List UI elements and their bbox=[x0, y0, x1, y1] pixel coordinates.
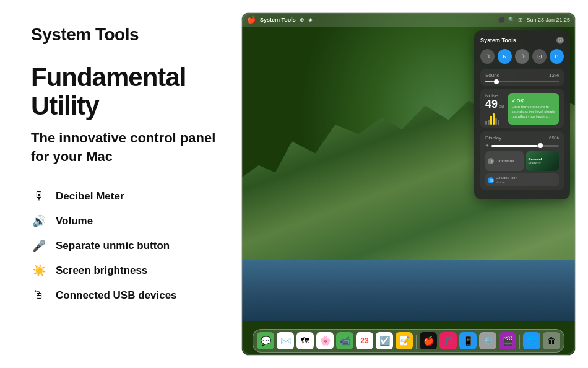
menubar-battery-icon: ⬛ bbox=[498, 17, 505, 23]
quick-btn-1[interactable]: ☽ bbox=[480, 49, 495, 64]
noise-section: Noise 49 dB ✓ bbox=[480, 89, 564, 128]
panel-title: System Tools bbox=[480, 37, 516, 43]
quick-btn-5[interactable]: B bbox=[550, 49, 564, 64]
desktop-icon: ⊞ bbox=[488, 177, 494, 183]
noise-bar-6 bbox=[498, 120, 499, 125]
menubar: 🍎 System Tools ⊕ ◈ ⬛ 🔍 ⊞ Sun 23 Jan 21:2… bbox=[242, 13, 575, 27]
noise-description: Long-term exposure to sounds at this lev… bbox=[512, 105, 555, 119]
features-list: 🎙 Decibel Meter 🔊 Volume 🎤 Separate unmi… bbox=[31, 188, 217, 304]
brightness-small-icon: ☀ bbox=[485, 143, 489, 148]
dock-facetime[interactable]: 📹 bbox=[336, 332, 353, 349]
sound-label: Sound bbox=[485, 72, 499, 78]
dock-app-store[interactable]: 📱 bbox=[459, 332, 477, 349]
feature-unmic: 🎤 Separate unmic button bbox=[31, 238, 217, 254]
noise-bar-1 bbox=[485, 121, 487, 125]
mac-screenshot: 🍎 System Tools ⊕ ◈ ⬛ 🔍 ⊞ Sun 23 Jan 21:2… bbox=[241, 12, 576, 356]
noise-status-card: ✓ OK Long-term exposure to sounds at thi… bbox=[508, 93, 559, 125]
dark-mode-icon: ☽ bbox=[488, 158, 494, 164]
mic-icon: 🎤 bbox=[31, 238, 47, 254]
dock-separator bbox=[416, 335, 417, 349]
quick-btn-4[interactable]: ⊡ bbox=[532, 49, 547, 64]
tagline-sub: The innovative control panel for your Ma… bbox=[31, 129, 217, 165]
sound-slider-thumb[interactable] bbox=[494, 79, 499, 84]
dock-scripts[interactable]: 🎬 bbox=[499, 332, 516, 349]
city2-label: Frankfur bbox=[529, 161, 557, 165]
noise-bar-5 bbox=[495, 118, 497, 125]
dock-trash[interactable]: 🗑 bbox=[543, 332, 560, 349]
noise-ok-label: ✓ OK bbox=[512, 98, 524, 103]
noise-unit: dB bbox=[499, 104, 504, 108]
volume-icon: 🔊 bbox=[31, 213, 47, 229]
display-section: Display 69% ☀ ☽ Dark Mode bbox=[480, 131, 564, 190]
display-slider[interactable] bbox=[491, 145, 559, 147]
display-slider-thumb[interactable] bbox=[538, 143, 543, 148]
dock-music[interactable]: 🎵 bbox=[439, 332, 457, 349]
feature-brightness: ☀️ Screen brightness bbox=[31, 263, 217, 279]
dark-mode-card[interactable]: ☽ Dark Mode bbox=[485, 151, 524, 171]
menubar-wifi-icon: ◈ bbox=[308, 17, 313, 23]
feature-brightness-label: Screen brightness bbox=[56, 265, 147, 277]
apple-logo-icon: 🍎 bbox=[247, 15, 256, 24]
dock: 💬 ✉️ 🗺 🌸 📹 23 ☑️ 📝 🍎 🎵 📱 ⚙️ 🎬 🌐 🗑 bbox=[253, 329, 564, 353]
feature-unmic-label: Separate unmic button bbox=[56, 240, 170, 252]
desktop-icon-card[interactable]: ⊞ Desktop Icon Visible bbox=[485, 173, 559, 186]
dock-notes[interactable]: 📝 bbox=[396, 332, 413, 349]
left-panel: System Tools FundamentalUtility The inno… bbox=[0, 0, 241, 368]
menubar-location-icon: ⊕ bbox=[300, 17, 305, 23]
decibel-icon: 🎙 bbox=[31, 188, 47, 204]
noise-value: 49 bbox=[485, 99, 498, 110]
sound-section-header: Sound 12% bbox=[485, 72, 559, 78]
panel-info-button[interactable]: ⓘ bbox=[556, 37, 564, 44]
brightness-icon: ☀️ bbox=[31, 263, 47, 279]
menubar-right: ⬛ 🔍 ⊞ Sun 23 Jan 21:25 bbox=[498, 17, 570, 23]
dock-mail[interactable]: ✉️ bbox=[277, 332, 294, 349]
dock-network[interactable]: 🌐 bbox=[523, 332, 540, 349]
sound-slider[interactable] bbox=[485, 81, 559, 82]
display-value: 69% bbox=[549, 135, 559, 141]
world-clock-card[interactable]: Brussel Frankfur bbox=[526, 151, 560, 171]
water-background bbox=[242, 260, 575, 321]
noise-bar-3 bbox=[490, 116, 492, 125]
desktop-icon-label: Desktop Icon bbox=[496, 176, 517, 180]
display-cards: ☽ Dark Mode Brussel Frankfur bbox=[485, 151, 559, 171]
noise-chart bbox=[485, 112, 504, 125]
menubar-left: 🍎 System Tools ⊕ ◈ bbox=[247, 15, 313, 24]
dock-calendar[interactable]: 23 bbox=[356, 332, 373, 349]
menubar-time: Sun 23 Jan 21:25 bbox=[526, 17, 570, 23]
dock-apple-tv[interactable]: 🍎 bbox=[420, 332, 437, 349]
dock-maps[interactable]: 🗺 bbox=[296, 332, 314, 349]
dock-separator-2 bbox=[519, 335, 520, 349]
feature-usb-label: Connected USB devices bbox=[56, 289, 177, 302]
dock-system-prefs[interactable]: ⚙️ bbox=[479, 332, 496, 349]
quick-actions: ☽ N ☽ ⊡ B bbox=[480, 49, 564, 64]
usb-icon: 🖱 bbox=[31, 287, 47, 304]
menubar-search-icon: 🔍 bbox=[508, 17, 515, 23]
display-slider-row: ☀ bbox=[485, 143, 559, 148]
sound-value: 12% bbox=[549, 72, 559, 78]
quick-btn-3[interactable]: ☽ bbox=[515, 49, 529, 64]
tagline-main: FundamentalUtility bbox=[31, 63, 217, 120]
display-section-header: Display 69% bbox=[485, 135, 559, 141]
display-slider-fill bbox=[491, 145, 538, 147]
dock-messages[interactable]: 💬 bbox=[257, 332, 274, 349]
dock-reminders[interactable]: ☑️ bbox=[376, 332, 393, 349]
right-panel: 🍎 System Tools ⊕ ◈ ⬛ 🔍 ⊞ Sun 23 Jan 21:2… bbox=[241, 12, 576, 356]
menubar-app-name: System Tools bbox=[260, 17, 296, 23]
dark-mode-label: Dark Mode bbox=[496, 159, 514, 163]
feature-volume-label: Volume bbox=[56, 215, 93, 227]
sound-section: Sound 12% bbox=[480, 69, 564, 86]
world-map: Brussel Frankfur bbox=[526, 151, 560, 171]
dock-photos[interactable]: 🌸 bbox=[316, 332, 334, 349]
panel-header: System Tools ⓘ bbox=[480, 37, 564, 44]
system-tools-panel[interactable]: System Tools ⓘ ☽ N ☽ ⊡ B Sound 12% bbox=[474, 30, 570, 199]
feature-decibel-label: Decibel Meter bbox=[56, 190, 124, 203]
noise-bar-2 bbox=[488, 120, 490, 125]
feature-volume: 🔊 Volume bbox=[31, 213, 217, 229]
quick-btn-2[interactable]: N bbox=[498, 49, 512, 64]
feature-decibel: 🎙 Decibel Meter bbox=[31, 188, 217, 204]
display-label: Display bbox=[485, 135, 501, 141]
desktop-visible-label: Visible bbox=[496, 180, 517, 184]
feature-usb: 🖱 Connected USB devices bbox=[31, 287, 217, 304]
sound-slider-fill bbox=[485, 81, 494, 82]
noise-left: Noise 49 dB bbox=[485, 93, 504, 125]
